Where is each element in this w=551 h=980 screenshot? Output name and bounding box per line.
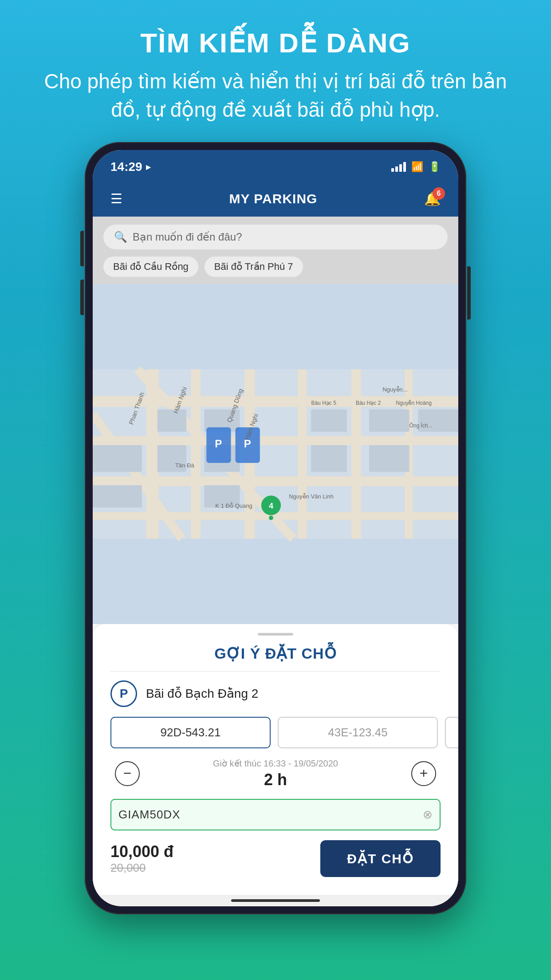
coupon-box[interactable]: GIAM50DX ⊗ (110, 799, 441, 830)
svg-rect-23 (369, 445, 409, 472)
quick-chips: Bãi đỗ Cầu Rồng Bãi đỗ Trần Phú 7 (103, 257, 448, 277)
search-placeholder: Bạn muốn đi đến đâu? (133, 231, 242, 243)
home-indicator (93, 895, 458, 906)
duration-increase-button[interactable]: + (411, 761, 436, 786)
signal-bars-icon (391, 162, 406, 172)
chip-bai-do-tran-phu-7[interactable]: Bãi đỗ Trần Phú 7 (205, 257, 303, 277)
price-section: 10,000 đ 20,000 (110, 842, 173, 875)
svg-text:Bàu Hạc 5: Bàu Hạc 5 (311, 400, 336, 406)
parking-icon: P (110, 680, 137, 707)
headline: TÌM KIẾM DỄ DÀNG (35, 27, 516, 59)
svg-text:Nguyễn Hoàng: Nguyễn Hoàng (396, 400, 432, 406)
status-icons: 📶 🔋 (391, 161, 441, 173)
duration-end-label: Giờ kết thúc 16:33 - 19/05/2020 (213, 758, 338, 769)
svg-rect-15 (157, 409, 186, 431)
search-area: 🔍 Bạn muốn đi đến đâu? Bãi đỗ Cầu Rồng B… (93, 217, 458, 284)
phone-frame: 14:29 ▸ 📶 🔋 ☰ MY PARKING 🔔 6 (85, 142, 466, 914)
divider-top (110, 671, 441, 672)
svg-text:Bàu Hạc 2: Bàu Hạc 2 (356, 400, 381, 406)
svg-text:Ông Ích...: Ông Ích... (409, 422, 432, 428)
coupon-clear-button[interactable]: ⊗ (423, 808, 433, 822)
svg-text:Nguyễn Văn Linh: Nguyễn Văn Linh (289, 493, 334, 500)
duration-center: Giờ kết thúc 16:33 - 19/05/2020 2 h (213, 758, 338, 789)
chip-bai-do-cau-rong[interactable]: Bãi đỗ Cầu Rồng (103, 257, 198, 277)
price-original: 20,000 (110, 861, 173, 875)
svg-rect-20 (311, 409, 346, 431)
notification-bell-wrapper[interactable]: 🔔 6 (424, 191, 441, 206)
search-icon: 🔍 (114, 231, 127, 243)
price-current: 10,000 đ (110, 842, 173, 861)
plate-input-3[interactable] (445, 717, 458, 748)
map-svg: P P 4 Phan Thanh Hàm Nghi Quang Dũng Hàm… (93, 284, 458, 624)
svg-text:K 1 Đỗ Quang: K 1 Đỗ Quang (215, 502, 252, 509)
notification-badge: 6 (433, 187, 445, 200)
battery-icon: 🔋 (429, 161, 441, 173)
menu-button[interactable]: ☰ (110, 191, 122, 206)
svg-text:P: P (215, 438, 222, 450)
svg-point-32 (269, 515, 273, 520)
location-arrow-icon: ▸ (146, 162, 150, 172)
status-bar: 14:29 ▸ 📶 🔋 (93, 150, 458, 181)
duration-value: 2 h (213, 771, 338, 789)
plate-input-2[interactable] (278, 717, 438, 748)
parking-location: P Bãi đỗ Bạch Đằng 2 (110, 680, 441, 707)
svg-text:4: 4 (269, 501, 273, 510)
svg-rect-22 (369, 409, 409, 431)
book-button[interactable]: ĐẶT CHỖ (320, 840, 441, 877)
plate-row (110, 717, 441, 748)
svg-rect-14 (93, 485, 142, 507)
side-button-volume-down (80, 280, 84, 315)
side-button-volume-up (80, 231, 84, 266)
svg-rect-8 (93, 436, 458, 445)
phone-screen: 14:29 ▸ 📶 🔋 ☰ MY PARKING 🔔 6 (93, 150, 458, 906)
parking-name: Bãi đỗ Bạch Đằng 2 (146, 686, 258, 701)
coupon-code: GIAM50DX (118, 808, 181, 822)
svg-rect-21 (311, 445, 346, 472)
duration-decrease-button[interactable]: − (115, 761, 140, 786)
bottom-panel: GỢI Ý ĐẶT CHỖ P Bãi đỗ Bạch Đằng 2 − Giờ… (93, 624, 458, 895)
svg-text:Nguyễn...: Nguyễn... (382, 386, 408, 393)
status-time: 14:29 ▸ (110, 160, 150, 174)
svg-text:Tân Đà: Tân Đà (175, 462, 195, 469)
panel-handle (258, 633, 293, 636)
top-text-area: TÌM KIẾM DỄ DÀNG Cho phép tìm kiếm và hi… (0, 0, 551, 142)
svg-rect-13 (93, 445, 142, 472)
side-button-power (467, 266, 471, 320)
plate-input-1[interactable] (110, 717, 271, 748)
search-input-box[interactable]: 🔍 Bạn muốn đi đến đâu? (103, 225, 448, 249)
home-bar (231, 899, 320, 902)
app-header: ☰ MY PARKING 🔔 6 (93, 181, 458, 217)
duration-row: − Giờ kết thúc 16:33 - 19/05/2020 2 h + (110, 758, 441, 789)
panel-title: GỢI Ý ĐẶT CHỖ (110, 644, 441, 662)
wifi-icon: 📶 (411, 161, 423, 173)
map-area[interactable]: P P 4 Phan Thanh Hàm Nghi Quang Dũng Hàm… (93, 284, 458, 624)
camera-notch (253, 161, 288, 173)
app-title: MY PARKING (229, 191, 318, 206)
subtext: Cho phép tìm kiếm và hiển thị vị trí bãi… (35, 67, 516, 124)
action-row: 10,000 đ 20,000 ĐẶT CHỖ (110, 840, 441, 877)
